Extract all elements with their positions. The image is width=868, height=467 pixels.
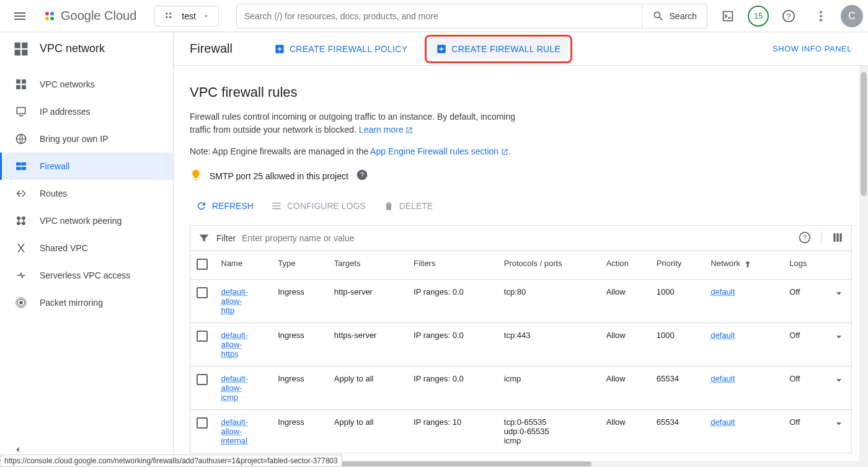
cell-type: Ingress: [272, 323, 328, 367]
sidebar-item-vpc-network-peering[interactable]: VPC network peering: [0, 207, 173, 234]
create-firewall-rule-button[interactable]: CREATE FIREWALL RULE: [429, 39, 568, 59]
cell-filters: IP ranges: 0.0: [407, 280, 498, 323]
svg-text:?: ?: [803, 234, 807, 241]
svg-rect-14: [22, 42, 27, 48]
cell-action: Allow: [600, 280, 650, 323]
columns-icon[interactable]: [831, 231, 844, 246]
select-all-checkbox[interactable]: [197, 259, 208, 270]
rule-name-link[interactable]: default-allow-internal: [221, 417, 248, 445]
svg-rect-24: [22, 162, 26, 165]
expand-row-icon[interactable]: [833, 292, 845, 301]
filter-label: Filter: [216, 233, 236, 243]
vpc-icon: [12, 40, 30, 58]
avatar[interactable]: C: [841, 5, 863, 27]
list-icon: [271, 200, 282, 211]
configure-logs-button[interactable]: CONFIGURE LOGS: [265, 195, 372, 216]
row-checkbox[interactable]: [197, 331, 208, 342]
project-selector[interactable]: test: [154, 6, 219, 27]
sort-asc-icon: [743, 259, 753, 269]
search-button[interactable]: Search: [642, 4, 707, 29]
trial-badge[interactable]: 15: [748, 6, 769, 27]
rule-name-link[interactable]: default-allow-http: [221, 287, 248, 315]
col-filters[interactable]: Filters: [407, 251, 498, 280]
filter-icon[interactable]: [198, 232, 210, 244]
col-type[interactable]: Type: [272, 251, 328, 280]
svg-point-0: [45, 12, 49, 16]
separator: [821, 231, 822, 246]
expand-row-icon[interactable]: [833, 336, 845, 345]
rule-name-link[interactable]: default-allow-icmp: [221, 374, 248, 402]
app-engine-link[interactable]: App Engine Firewall rules section: [370, 146, 508, 156]
col-targets[interactable]: Targets: [328, 251, 407, 280]
svg-point-4: [166, 12, 167, 14]
create-firewall-policy-button[interactable]: CREATE FIREWALL POLICY: [267, 39, 415, 59]
highlight-annotation: CREATE FIREWALL RULE: [425, 35, 572, 63]
help-icon[interactable]: ?: [799, 231, 811, 246]
show-info-panel-button[interactable]: SHOW INFO PANEL: [773, 44, 852, 53]
cell-protocols: tcp:443: [498, 323, 600, 367]
cloud-shell-icon[interactable]: [715, 4, 740, 29]
sidebar-item-bring-your-own-ip[interactable]: Bring your own IP: [0, 125, 173, 153]
logo[interactable]: Google Cloud: [42, 9, 136, 24]
nav-icon: [15, 105, 27, 118]
help-icon[interactable]: ?: [776, 4, 801, 29]
cell-priority: 1000: [650, 280, 704, 323]
network-link[interactable]: default: [711, 287, 735, 296]
cell-action: Allow: [600, 367, 650, 410]
main-header: Firewall CREATE FIREWALL POLICY CREATE F…: [174, 32, 868, 66]
section-description: Firewall rules control incoming or outgo…: [190, 110, 537, 136]
expand-row-icon[interactable]: [833, 379, 845, 388]
sidebar-item-shared-vpc[interactable]: Shared VPC: [0, 234, 173, 262]
search-input[interactable]: [236, 4, 642, 29]
cell-protocols: icmp: [498, 367, 600, 410]
sidebar-item-label: Routes: [40, 189, 67, 198]
sidebar-item-packet-mirroring[interactable]: Packet mirroring: [0, 289, 173, 316]
svg-rect-19: [17, 86, 20, 89]
learn-more-link[interactable]: Learn more: [359, 125, 413, 135]
col-priority[interactable]: Priority: [650, 251, 704, 280]
project-name: test: [182, 11, 196, 21]
svg-point-28: [22, 216, 25, 220]
network-link[interactable]: default: [711, 331, 735, 340]
network-link[interactable]: default: [711, 417, 735, 427]
insight-text: SMTP port 25 allowed in this project: [210, 171, 348, 181]
nav-icon: [15, 160, 27, 172]
sidebar-item-firewall[interactable]: Firewall: [0, 153, 173, 180]
row-checkbox[interactable]: [197, 374, 208, 385]
expand-row-icon[interactable]: [833, 422, 845, 432]
plus-icon: [436, 44, 446, 54]
help-icon[interactable]: ?: [356, 169, 368, 183]
external-link-icon: [501, 148, 508, 156]
filter-input[interactable]: [242, 233, 792, 243]
vertical-scrollbar[interactable]: [859, 66, 868, 467]
sidebar-title: VPC network: [40, 42, 105, 55]
sidebar-item-ip-addresses[interactable]: IP addresses: [0, 98, 173, 125]
row-checkbox[interactable]: [197, 417, 208, 429]
col-protocols[interactable]: Protocols / ports: [498, 251, 600, 280]
rule-name-link[interactable]: default-allow-https: [221, 331, 248, 358]
search-container: Search: [236, 4, 707, 29]
svg-point-7: [169, 16, 171, 18]
svg-point-2: [45, 17, 49, 20]
sidebar-item-routes[interactable]: Routes: [0, 180, 173, 207]
sidebar-item-serverless-vpc-access[interactable]: Serverless VPC access: [0, 262, 173, 289]
col-action[interactable]: Action: [600, 251, 650, 280]
col-network[interactable]: Network: [704, 251, 783, 280]
section-title: VPC firewall rules: [190, 84, 852, 100]
more-icon[interactable]: [808, 4, 833, 29]
svg-rect-16: [22, 50, 27, 55]
table-row: default-allow-icmp Ingress Apply to all …: [190, 367, 852, 410]
trash-icon: [383, 200, 394, 211]
sidebar-item-vpc-networks[interactable]: VPC networks: [0, 71, 173, 98]
svg-text:?: ?: [786, 11, 790, 20]
svg-rect-13: [15, 42, 20, 48]
cell-action: Allow: [600, 410, 650, 453]
menu-icon[interactable]: [5, 1, 35, 31]
delete-button[interactable]: DELETE: [377, 195, 439, 216]
network-link[interactable]: default: [711, 374, 735, 383]
row-checkbox[interactable]: [197, 287, 208, 298]
refresh-button[interactable]: REFRESH: [190, 195, 260, 216]
col-logs[interactable]: Logs: [783, 251, 826, 280]
col-name[interactable]: Name: [215, 251, 272, 280]
table-row: default-allow-http Ingress http-server I…: [190, 280, 852, 323]
